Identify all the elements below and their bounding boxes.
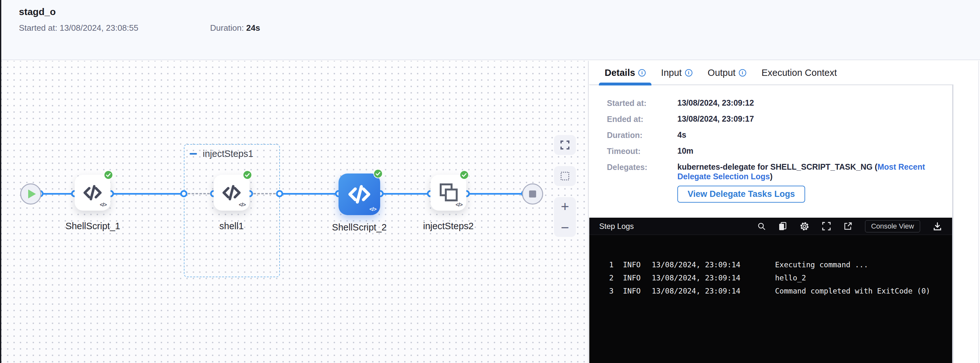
code-icon bbox=[82, 182, 103, 203]
edge-group-to-shell1 bbox=[184, 193, 214, 194]
pipeline-canvas[interactable]: injectSteps1 </> bbox=[1, 61, 588, 363]
open-in-new-icon[interactable] bbox=[843, 222, 852, 230]
info-icon[interactable]: i bbox=[739, 69, 746, 76]
settings-gear-icon[interactable] bbox=[800, 222, 809, 231]
play-icon bbox=[28, 190, 36, 198]
node-injectsteps2[interactable]: </> bbox=[430, 175, 466, 211]
delegates-value: kubernetes-delegate for SHELL_SCRIPT_TAS… bbox=[677, 162, 927, 203]
step-logs-header: Step Logs Console View bbox=[589, 218, 953, 235]
node-label: injectSteps2 bbox=[408, 221, 488, 231]
detail-label: Duration: bbox=[607, 130, 677, 140]
started-at: Started at: 13/08/2024, 23:08:55 bbox=[19, 23, 138, 33]
node-shellscript-2[interactable]: </> bbox=[339, 173, 380, 215]
success-badge-icon bbox=[104, 170, 113, 179]
tab-execution-context[interactable]: Execution Context bbox=[762, 60, 837, 85]
step-type-glyph: </> bbox=[100, 202, 107, 208]
canvas-zoom-controls[interactable]: + − bbox=[554, 197, 576, 237]
copy-icon[interactable] bbox=[778, 222, 787, 231]
step-type-glyph: </> bbox=[239, 202, 246, 208]
log-timestamp: 13/08/2024, 23:09:14 bbox=[652, 287, 775, 300]
duration: Duration: 24s bbox=[210, 23, 260, 33]
success-badge-icon bbox=[460, 170, 469, 179]
code-icon bbox=[221, 182, 242, 203]
download-icon[interactable] bbox=[933, 222, 942, 231]
detail-value: 13/08/2024, 23:09:12 bbox=[677, 98, 927, 108]
view-delegate-tasks-logs-button[interactable]: View Delegate Tasks Logs bbox=[677, 185, 805, 203]
edge-group-to-shellscript2 bbox=[280, 193, 339, 195]
log-timestamp: 13/08/2024, 23:09:14 bbox=[652, 274, 775, 287]
step-group-label: injectSteps1 bbox=[203, 149, 253, 159]
node-label: ShellScript_1 bbox=[53, 221, 133, 231]
node-label: shell1 bbox=[191, 221, 272, 231]
step-logs-panel: Step Logs Console View bbox=[589, 218, 953, 363]
details-section: Started at: 13/08/2024, 23:09:12 Ended a… bbox=[589, 85, 953, 208]
log-message: Executing command ... bbox=[775, 261, 953, 274]
canvas-expand-button[interactable] bbox=[554, 135, 576, 155]
started-at-value: 13/08/2024, 23:08:55 bbox=[60, 23, 138, 33]
edge-injectsteps2-to-end bbox=[466, 193, 525, 195]
step-type-glyph: </> bbox=[455, 202, 463, 208]
detail-row-duration: Duration: 4s bbox=[607, 130, 953, 140]
success-badge-icon bbox=[374, 169, 383, 178]
tab-label: Input bbox=[661, 68, 682, 78]
start-node[interactable] bbox=[20, 184, 41, 204]
tab-details[interactable]: Details i bbox=[605, 60, 646, 85]
node-label: ShellScript_2 bbox=[319, 222, 399, 233]
log-line-number: 1 bbox=[609, 261, 623, 274]
fullscreen-icon bbox=[560, 141, 570, 149]
step-group-injectSteps1[interactable] bbox=[184, 144, 280, 277]
step-group-header[interactable]: injectSteps1 bbox=[189, 149, 253, 159]
delegate-text: ) bbox=[770, 172, 772, 181]
edge-shellscript1-to-group bbox=[110, 193, 184, 195]
log-line: 1 INFO 13/08/2024, 23:09:14 Executing co… bbox=[609, 261, 953, 274]
detail-row-delegates: Delegates: kubernetes-delegate for SHELL… bbox=[607, 162, 953, 203]
detail-row-ended: Ended at: 13/08/2024, 23:09:17 bbox=[607, 114, 953, 124]
detail-value: 10m bbox=[677, 146, 927, 156]
port[interactable] bbox=[180, 190, 187, 197]
log-message: Command completed with ExitCode (0) bbox=[775, 287, 953, 300]
success-badge-icon bbox=[243, 170, 252, 179]
tab-label: Details bbox=[605, 68, 635, 78]
detail-row-timeout: Timeout: 10m bbox=[607, 146, 953, 156]
tab-label: Execution Context bbox=[762, 68, 837, 78]
detail-value: 13/08/2024, 23:09:17 bbox=[677, 114, 927, 124]
edge-start-to-shellscript1 bbox=[40, 193, 75, 195]
edge-shellscript2-to-injectsteps2 bbox=[380, 193, 430, 195]
log-line: 3 INFO 13/08/2024, 23:09:14 Command comp… bbox=[609, 287, 953, 300]
duration-value: 24s bbox=[246, 23, 260, 33]
collapse-group-icon[interactable] bbox=[189, 153, 197, 155]
detail-label: Delegates: bbox=[607, 162, 677, 203]
log-line-number: 2 bbox=[609, 274, 623, 287]
detail-value: 4s bbox=[677, 130, 927, 140]
right-gutter-border bbox=[978, 61, 979, 363]
tab-output[interactable]: Output i bbox=[708, 60, 746, 85]
step-details-panel: Details i Input i Output i Execution Con… bbox=[588, 61, 980, 363]
detail-row-started: Started at: 13/08/2024, 23:09:12 bbox=[607, 98, 953, 108]
delegate-text: kubernetes-delegate for SHELL_SCRIPT_TAS… bbox=[677, 162, 878, 171]
canvas-marquee-select-button[interactable] bbox=[554, 166, 576, 186]
search-icon[interactable] bbox=[757, 222, 766, 230]
started-at-label: Started at: bbox=[19, 23, 57, 33]
port[interactable] bbox=[276, 190, 283, 197]
log-line: 2 INFO 13/08/2024, 23:09:14 hello_2 bbox=[609, 274, 953, 287]
zoom-in-icon[interactable]: + bbox=[561, 200, 569, 214]
end-node[interactable] bbox=[522, 184, 543, 204]
info-icon[interactable]: i bbox=[638, 69, 646, 76]
node-shell1[interactable]: </> bbox=[214, 175, 250, 211]
zoom-out-icon[interactable]: − bbox=[561, 220, 569, 235]
tab-input[interactable]: Input i bbox=[661, 60, 692, 85]
log-lines[interactable]: 1 INFO 13/08/2024, 23:09:14 Executing co… bbox=[589, 235, 953, 300]
tab-label: Output bbox=[708, 68, 736, 78]
log-level: INFO bbox=[623, 274, 652, 287]
log-timestamp: 13/08/2024, 23:09:14 bbox=[652, 261, 775, 274]
edge-shell1-to-groupexit bbox=[250, 193, 280, 194]
detail-tabs: Details i Input i Output i Execution Con… bbox=[589, 61, 953, 85]
console-view-button[interactable]: Console View bbox=[865, 220, 920, 232]
info-icon[interactable]: i bbox=[685, 69, 692, 76]
right-gutter bbox=[953, 61, 980, 363]
node-shellscript-1[interactable]: </> bbox=[75, 175, 110, 211]
fullscreen-icon[interactable] bbox=[822, 222, 831, 230]
detail-label: Ended at: bbox=[607, 114, 677, 124]
stop-icon bbox=[529, 190, 536, 198]
log-message: hello_2 bbox=[775, 274, 953, 287]
